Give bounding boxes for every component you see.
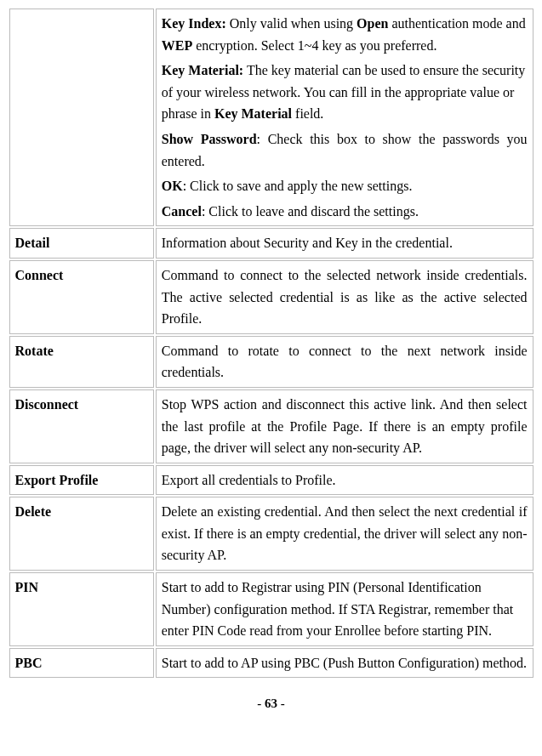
cancel-text: : Click to leave and discard the setting… [202,204,419,219]
key-index-wep: WEP [162,38,192,53]
row-key-settings: Key Index: Only valid when using Open au… [9,9,533,226]
row-pbc: PBC Start to add to AP using PBC (Push B… [9,648,533,679]
row-export-profile: Export Profile Export all credentials to… [9,465,533,496]
show-password-label: Show Password [162,132,257,146]
key-index-text3: encryption. Select 1~4 key as you prefer… [192,38,436,53]
desc-pin: Start to add to Registrar using PIN (Per… [156,572,533,646]
key-index-open: Open [357,16,388,31]
desc-pbc: Start to add to AP using PBC (Push Butto… [156,648,533,679]
key-index-block: Key Index: Only valid when using Open au… [162,13,528,56]
desc-disconnect: Stop WPS action and disconnect this acti… [156,389,533,463]
show-password-block: Show Password: Check this box to show th… [162,128,528,172]
key-index-text1: Only valid when using [226,16,357,31]
desc-export-profile: Export all credentials to Profile. [156,465,533,496]
cancel-label: Cancel [162,204,202,219]
row-connect: Connect Command to connect to the select… [9,260,533,334]
page-number: - 63 - [7,696,535,711]
label-export-profile: Export Profile [9,465,154,496]
definitions-table: Key Index: Only valid when using Open au… [8,7,535,679]
desc-connect: Command to connect to the selected netwo… [156,260,533,334]
key-index-label: Key Index: [162,16,226,31]
row-rotate: Rotate Command to rotate to connect to t… [9,336,533,388]
cell-empty-left [9,9,154,226]
label-pbc: PBC [9,648,154,679]
label-detail: Detail [9,228,154,259]
row-detail: Detail Information about Security and Ke… [9,228,533,259]
ok-text: : Click to save and apply the new settin… [183,179,413,193]
key-material-text2: field. [292,106,323,121]
cell-key-settings: Key Index: Only valid when using Open au… [156,9,533,226]
desc-rotate: Command to rotate to connect to the next… [156,336,533,388]
row-pin: PIN Start to add to Registrar using PIN … [9,572,533,646]
key-material-block: Key Material: The key material can be us… [162,60,528,125]
label-disconnect: Disconnect [9,389,154,463]
key-index-text2: authentication mode and [388,16,525,31]
key-material-bold: Key Material [214,106,292,121]
row-delete: Delete Delete an existing credential. An… [9,497,533,571]
label-pin: PIN [9,572,154,646]
ok-label: OK [162,179,183,193]
desc-delete: Delete an existing credential. And then … [156,497,533,571]
row-disconnect: Disconnect Stop WPS action and disconnec… [9,389,533,463]
label-rotate: Rotate [9,336,154,388]
key-material-label: Key Material: [162,63,243,77]
label-delete: Delete [9,497,154,571]
cancel-block: Cancel: Click to leave and discard the s… [162,201,528,223]
label-connect: Connect [9,260,154,334]
ok-block: OK: Click to save and apply the new sett… [162,175,528,197]
desc-detail: Information about Security and Key in th… [156,228,533,259]
